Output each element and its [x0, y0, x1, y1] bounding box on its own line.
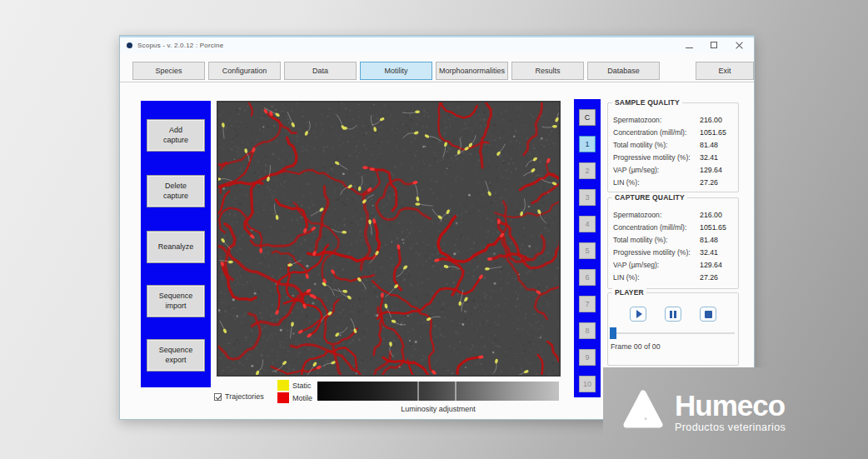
microscopy-view: [217, 101, 561, 377]
stat-row-vap: VAP (µm/seg):129.64: [613, 258, 733, 271]
motile-color-swatch: [277, 392, 289, 403]
sample-quality-title: SAMPLE QUALITY: [612, 98, 682, 107]
brand-tagline: Productos veterinarios: [675, 422, 786, 433]
tab-morphoanormalities[interactable]: Morphoanormalities: [436, 62, 508, 80]
stat-row-lin: LIN (%):27.26: [613, 176, 733, 188]
capture-button-5[interactable]: 5: [579, 242, 596, 259]
maximize-icon: [711, 42, 717, 48]
capture-button-6[interactable]: 6: [579, 269, 596, 286]
tab-bar: Species Configuration Data Motility Morp…: [120, 62, 754, 81]
sample-quality-panel: SAMPLE QUALITY Spermatozoon:216.00 Conce…: [607, 102, 739, 192]
capture-actions-sidebar: Add capture Delete capture Reanalyze Seq…: [141, 101, 211, 387]
luminosity-marker-high[interactable]: [455, 382, 456, 401]
tab-configuration[interactable]: Configuration: [208, 62, 281, 80]
stat-row-concentration: Concentration (mill/ml):1051.65: [613, 126, 733, 138]
tab-database[interactable]: Database: [587, 62, 660, 80]
stat-row-spermatozoon: Spermatozoon:216.00: [613, 208, 733, 221]
static-color-swatch: [277, 380, 289, 391]
humeco-logo-icon: [621, 388, 665, 432]
page-background: Scopus - v. 2.0.12 : Porcine Species Con…: [0, 0, 868, 459]
add-capture-button[interactable]: Add capture: [147, 120, 204, 151]
sequence-import-button[interactable]: Sequence import: [147, 286, 204, 317]
play-icon: [636, 310, 642, 318]
close-icon: [735, 41, 744, 50]
tab-exit[interactable]: Exit: [696, 62, 754, 80]
stat-row-concentration: Concentration (mill/ml):1051.65: [613, 221, 733, 233]
player-panel: PLAYER Frame 00 of 00: [607, 292, 739, 366]
capture-button-c[interactable]: C: [579, 109, 596, 126]
stat-row-total-motility: Total motility (%):81.48: [613, 138, 733, 151]
capture-quality-panel: CAPTURE QUALITY Spermatozoon:216.00 Conc…: [607, 197, 739, 289]
title-bar: Scopus - v. 2.0.12 : Porcine: [120, 36, 754, 53]
capture-quality-title: CAPTURE QUALITY: [612, 193, 687, 202]
microscopy-canvas: [218, 102, 559, 375]
delete-capture-button[interactable]: Delete capture: [147, 176, 204, 207]
capture-button-3[interactable]: 3: [579, 189, 596, 206]
static-legend-label: Static: [292, 382, 312, 390]
minimize-icon: [686, 47, 693, 48]
stop-button[interactable]: [700, 307, 716, 322]
play-button[interactable]: [630, 307, 646, 322]
luminosity-slider[interactable]: [317, 382, 559, 401]
pause-icon: [670, 311, 676, 318]
slider-track: [616, 332, 735, 334]
tab-species[interactable]: Species: [132, 62, 205, 80]
maximize-button[interactable]: [710, 41, 719, 50]
trajectories-checkbox[interactable]: [214, 393, 222, 401]
capture-button-8[interactable]: 8: [579, 322, 596, 339]
frame-counter: Frame 00 of 00: [608, 339, 738, 351]
stat-row-progressive-motility: Progressive motility (%):32.41: [613, 151, 733, 163]
frame-slider[interactable]: [610, 327, 735, 339]
capture-selector-bar: C 1 2 3 4 5 6 7 8 9 10: [574, 99, 601, 397]
stat-row-lin: LIN (%):27.26: [613, 271, 733, 283]
reanalyze-button[interactable]: Reanalyze: [147, 232, 204, 262]
stat-row-total-motility: Total motility (%):81.48: [613, 233, 733, 246]
capture-button-4[interactable]: 4: [579, 216, 596, 232]
trajectories-toggle[interactable]: Trajectories: [214, 392, 264, 401]
capture-button-10[interactable]: 10: [579, 376, 596, 392]
window-title: Scopus - v. 2.0.12 : Porcine: [137, 42, 223, 49]
minimize-button[interactable]: [685, 41, 694, 50]
slider-handle[interactable]: [610, 327, 616, 339]
luminosity-label: Luminosity adjustment: [317, 405, 559, 413]
stat-row-progressive-motility: Progressive motility (%):32.41: [613, 246, 733, 258]
sequence-export-button[interactable]: Sequence export: [147, 340, 204, 371]
capture-button-7[interactable]: 7: [579, 296, 596, 312]
tab-results[interactable]: Results: [511, 62, 584, 80]
capture-button-1[interactable]: 1: [579, 136, 596, 152]
app-icon: [127, 42, 132, 48]
close-button[interactable]: [735, 41, 744, 50]
brand-name: Humeco: [675, 391, 786, 420]
motile-legend-label: Motile: [292, 394, 312, 402]
tab-data[interactable]: Data: [284, 62, 357, 80]
pause-button[interactable]: [665, 307, 681, 322]
capture-button-2[interactable]: 2: [579, 162, 596, 179]
luminosity-marker-low[interactable]: [417, 382, 419, 401]
player-title: PLAYER: [612, 288, 646, 297]
window-controls: [685, 41, 747, 50]
capture-button-9[interactable]: 9: [579, 349, 596, 366]
brand-area: Humeco Productos veterinarios: [603, 367, 868, 459]
tab-motility[interactable]: Motility: [360, 62, 432, 80]
stat-row-vap: VAP (µm/seg):129.64: [613, 163, 733, 176]
stop-icon: [705, 311, 712, 318]
stat-row-spermatozoon: Spermatozoon:216.00: [613, 113, 733, 126]
trajectories-label: Trajectories: [225, 392, 264, 401]
app-window: Scopus - v. 2.0.12 : Porcine Species Con…: [119, 35, 755, 420]
